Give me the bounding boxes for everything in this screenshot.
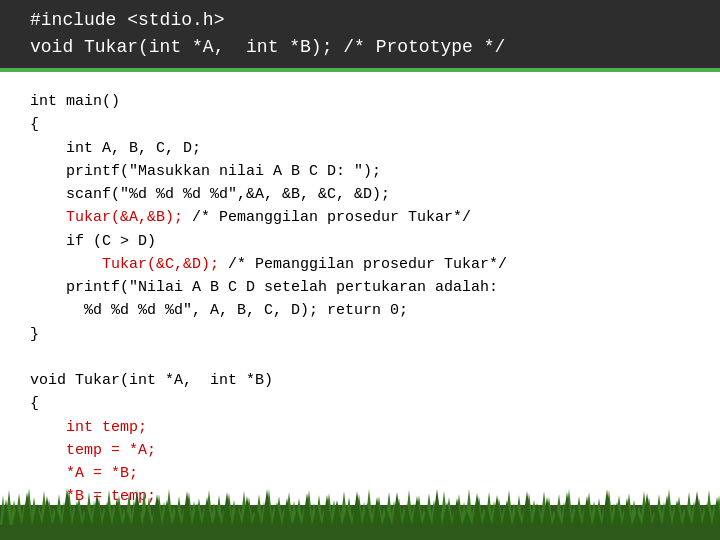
code-area: int main() { int A, B, C, D; printf("Mas… [0, 72, 720, 540]
code-line-11: } [30, 323, 690, 346]
top-bar: #include <stdio.h> void Tukar(int *A, in… [0, 0, 720, 68]
code-line-16: temp = *A; [30, 439, 690, 462]
code-line-3: int A, B, C, D; [30, 137, 690, 160]
code-line-2: { [30, 113, 690, 136]
code-line-7: if (C > D) [30, 230, 690, 253]
code-line-15: int temp; [30, 416, 690, 439]
code-line-6: Tukar(&A,&B); /* Pemanggilan prosedur Tu… [30, 206, 690, 229]
grass-decoration [0, 485, 720, 540]
code-line-8: Tukar(&C,&D); /* Pemanggilan prosedur Tu… [30, 253, 690, 276]
code-line-9: printf("Nilai A B C D setelah pertukaran… [30, 276, 690, 299]
code-line-10: %d %d %d %d", A, B, C, D); return 0; [30, 299, 690, 322]
code-line-1: int main() [30, 90, 690, 113]
code-line-5: scanf("%d %d %d %d",&A, &B, &C, &D); [30, 183, 690, 206]
code-line-17: *A = *B; [30, 462, 690, 485]
topbar-line2: void Tukar(int *A, int *B); /* Prototype… [30, 34, 505, 61]
code-line-4: printf("Masukkan nilai A B C D: "); [30, 160, 690, 183]
grass-svg [0, 485, 720, 540]
slide: #include <stdio.h> void Tukar(int *A, in… [0, 0, 720, 540]
code-line-12 [30, 346, 690, 369]
topbar-line1: #include <stdio.h> [30, 7, 505, 34]
code-line-14: { [30, 392, 690, 415]
top-bar-code: #include <stdio.h> void Tukar(int *A, in… [30, 7, 505, 61]
code-line-13: void Tukar(int *A, int *B) [30, 369, 690, 392]
